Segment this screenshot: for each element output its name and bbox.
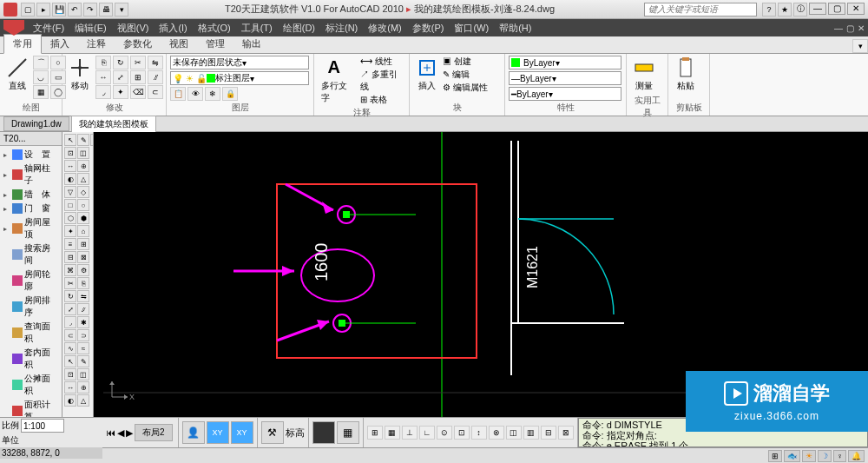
maximize-button[interactable]: ▢ xyxy=(828,3,845,15)
tool-button[interactable]: ⌂ xyxy=(77,225,89,237)
tool-button[interactable]: ⊡ xyxy=(64,147,76,159)
arc-icon[interactable]: ◡ xyxy=(33,70,49,84)
measure-button[interactable]: 测量 xyxy=(630,56,658,94)
tree-item[interactable]: ▸房间屋顶 xyxy=(2,215,60,241)
copy-icon[interactable]: ⎘ xyxy=(95,56,111,69)
fillet-icon[interactable]: ◞ xyxy=(95,85,111,99)
ribbon-tab-annotate[interactable]: 注释 xyxy=(78,35,115,53)
ribbon-tab-home[interactable]: 常用 xyxy=(3,34,42,54)
tool-button[interactable]: ↔ xyxy=(64,381,76,394)
info-icon[interactable]: ⓘ xyxy=(793,3,807,17)
ribbon-tab-insert[interactable]: 插入 xyxy=(42,35,78,53)
linear-dim-button[interactable]: ⟷ 线性 xyxy=(360,56,405,68)
polyline-icon[interactable]: ⌒ xyxy=(33,56,49,69)
table-button[interactable]: ⊞ 表格 xyxy=(360,94,405,106)
tool-icon-1[interactable]: ▦ xyxy=(337,421,359,444)
tool-button[interactable]: ⎘ xyxy=(77,277,89,289)
qat-open-icon[interactable]: ▸ xyxy=(36,3,50,17)
menu-format[interactable]: 格式(O) xyxy=(193,20,236,36)
status-toggle[interactable]: ⊗ xyxy=(489,426,504,440)
status-toggle[interactable]: ⊟ xyxy=(541,426,556,440)
qat-save-icon[interactable]: 💾 xyxy=(52,3,66,17)
qat-more-icon[interactable]: ▾ xyxy=(115,3,128,17)
tool-button[interactable]: ◫ xyxy=(77,368,89,380)
tool-button[interactable]: ⊂ xyxy=(64,329,76,341)
status-sun-icon[interactable]: ☀ xyxy=(802,450,816,462)
status-toggle[interactable]: ⊠ xyxy=(558,426,574,440)
tree-item[interactable]: ▸墙 体 xyxy=(2,188,60,202)
tool-button[interactable]: ✦ xyxy=(64,225,76,237)
menu-window[interactable]: 窗口(W) xyxy=(449,20,494,36)
doc-restore-icon[interactable]: ▢ xyxy=(846,23,854,33)
layer-state-combo[interactable]: 未保存的图层状态 ▾ xyxy=(170,56,309,69)
tool-button[interactable]: ✎ xyxy=(77,355,89,367)
tool-button[interactable]: ⬡ xyxy=(64,212,76,224)
scale-combo[interactable]: 1:100 xyxy=(21,419,64,433)
menu-edit[interactable]: 编辑(E) xyxy=(69,20,112,36)
status-moon-icon[interactable]: ☽ xyxy=(818,450,832,462)
erase-icon[interactable]: ⌫ xyxy=(130,85,146,99)
tool-button[interactable]: ⊕ xyxy=(77,160,89,172)
stretch-icon[interactable]: ↔ xyxy=(95,70,111,84)
close-button[interactable]: ✕ xyxy=(847,3,865,15)
mirror-icon[interactable]: ⇋ xyxy=(148,56,163,69)
status-toggle[interactable]: ∟ xyxy=(419,426,435,440)
line-button[interactable]: 直线 xyxy=(3,56,31,94)
tool-button[interactable]: □ xyxy=(64,199,76,211)
tree-item[interactable]: 房间排序 xyxy=(2,294,60,320)
linetype-combo[interactable]: — ByLayer ▾ xyxy=(509,71,621,85)
status-toggle[interactable]: ↕ xyxy=(471,426,487,440)
tool-button[interactable]: ◐ xyxy=(64,173,76,185)
tool-button[interactable]: ◞ xyxy=(64,316,76,328)
mtext-button[interactable]: A 多行文字 xyxy=(318,56,358,106)
doc-tab-1[interactable]: Drawing1.dw xyxy=(3,116,69,131)
scale-icon[interactable]: ⤢ xyxy=(113,70,128,84)
ribbon-tab-output[interactable]: 输出 xyxy=(233,35,270,53)
status-model-icon[interactable]: ⊞ xyxy=(768,450,782,462)
tool-button[interactable]: ◐ xyxy=(64,394,76,407)
xy2-icon[interactable]: XY xyxy=(231,421,253,444)
status-toggle[interactable]: ▦ xyxy=(385,426,400,440)
doc-tab-2[interactable]: 我的建筑绘图模板 xyxy=(71,116,156,133)
tool-button[interactable]: ≈ xyxy=(77,342,89,354)
tool-button[interactable]: ⊞ xyxy=(77,238,89,250)
qat-new-icon[interactable]: ▢ xyxy=(21,3,35,17)
tool-button[interactable]: ↖ xyxy=(64,134,76,146)
rotate-icon[interactable]: ↻ xyxy=(113,56,128,69)
status-bell-icon[interactable]: 🔔 xyxy=(848,450,865,462)
menu-parametric[interactable]: 参数(P) xyxy=(407,20,450,36)
doc-close-icon[interactable]: ✕ xyxy=(858,23,865,33)
xy-icon[interactable]: XY xyxy=(207,421,229,444)
ribbon-tab-view[interactable]: 视图 xyxy=(161,35,197,53)
layout-nav-prev-icon[interactable]: ◀ xyxy=(117,427,124,439)
status-toggle[interactable]: ◫ xyxy=(506,426,522,440)
tool-button[interactable]: ⊡ xyxy=(64,368,76,380)
ribbon-tab-manage[interactable]: 管理 xyxy=(197,35,233,53)
tool-button[interactable]: ↔ xyxy=(64,160,76,172)
status-person-icon[interactable]: ♀ xyxy=(833,450,846,462)
tool-button[interactable]: ○ xyxy=(77,199,89,211)
tool-button[interactable]: ↻ xyxy=(64,290,76,302)
menu-draw[interactable]: 绘图(D) xyxy=(278,20,320,36)
hatch-icon[interactable]: ▦ xyxy=(33,85,49,99)
section-icon[interactable]: ⚒ xyxy=(261,421,284,444)
edit-attr-button[interactable]: ⚙ 编辑属性 xyxy=(443,82,488,94)
layer-freeze-icon[interactable]: ❄ xyxy=(205,87,220,101)
tree-item[interactable]: 公摊面积 xyxy=(2,372,60,398)
tool-button[interactable]: ⤢ xyxy=(64,303,76,315)
tool-button[interactable]: ◫ xyxy=(77,147,89,159)
tool-button[interactable]: ⊃ xyxy=(77,329,89,341)
array-icon[interactable]: ⊞ xyxy=(130,70,146,84)
status-toggle[interactable]: ⊙ xyxy=(437,426,452,440)
status-toggle[interactable]: ⊡ xyxy=(454,426,470,440)
mleader-button[interactable]: ↗ 多重引线 xyxy=(360,69,405,93)
tree-item[interactable]: ▸设 置 xyxy=(2,148,60,162)
help-icon[interactable]: ? xyxy=(762,3,776,17)
layout-tab[interactable]: 布局2 xyxy=(135,424,173,441)
move-button[interactable]: 移动 xyxy=(66,56,94,94)
elevation-icon[interactable]: 👤 xyxy=(182,421,205,444)
explode-icon[interactable]: ✦ xyxy=(113,85,128,99)
tool-button[interactable]: ≡ xyxy=(64,238,76,250)
menu-insert[interactable]: 插入(I) xyxy=(154,20,192,36)
edit-block-button[interactable]: ✎ 编辑 xyxy=(443,69,488,81)
